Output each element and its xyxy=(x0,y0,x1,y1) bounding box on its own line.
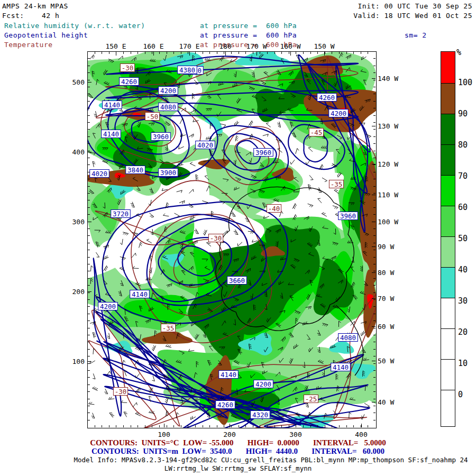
minor-tick xyxy=(88,80,90,80)
contour-label: 4200 xyxy=(100,303,116,310)
minor-tick xyxy=(88,158,90,158)
axis-label-right: 70 W xyxy=(378,295,394,303)
minor-tick xyxy=(88,321,90,321)
axis-tick xyxy=(88,152,91,152)
minor-tick xyxy=(373,87,376,87)
contour-label: 3720 xyxy=(113,210,129,218)
minor-tick xyxy=(145,52,145,54)
forecast-hour: Fcst: 42 h xyxy=(2,12,59,20)
minor-tick xyxy=(332,425,332,427)
axis-label-bottom: 100 xyxy=(158,431,170,438)
minor-tick xyxy=(373,72,376,73)
axis-label-right: 100 W xyxy=(378,218,398,226)
contour-label: -35 xyxy=(331,180,343,188)
contour-label: -30 xyxy=(115,388,127,396)
axis-label-top: 160 E xyxy=(143,42,163,50)
field-label-height: Geopotential height xyxy=(4,32,88,39)
axis-label-right: 110 W xyxy=(378,191,398,199)
minor-tick xyxy=(373,214,376,215)
contour-label: -30 xyxy=(122,64,134,72)
axis-tick xyxy=(372,326,376,327)
axis-tick xyxy=(372,402,376,402)
minor-tick xyxy=(88,129,90,130)
minor-tick xyxy=(373,158,376,158)
minor-tick xyxy=(88,257,90,258)
field-label-rh: Relative humidity (w.r.t. water) xyxy=(4,22,145,30)
axis-label-right: 140 W xyxy=(378,75,398,83)
minor-tick xyxy=(253,52,253,54)
colorbar-segment xyxy=(441,328,455,359)
minor-tick xyxy=(203,425,203,427)
minor-tick xyxy=(88,186,90,187)
minor-tick xyxy=(373,385,376,385)
minor-tick xyxy=(88,406,90,406)
contour-label: 4140 xyxy=(221,371,236,379)
minor-tick xyxy=(296,52,296,54)
colorbar-tick-label: 60 xyxy=(458,203,468,212)
contour-label: 3660 xyxy=(229,277,245,285)
minor-tick xyxy=(346,52,347,54)
minor-tick xyxy=(88,363,90,364)
contour-label: -35 xyxy=(162,324,175,332)
minor-tick xyxy=(217,425,217,427)
axis-tick xyxy=(361,424,362,427)
weather-chart-page: { "header": { "model": "AMPS 24-km MPAS"… xyxy=(0,0,476,476)
axis-label-right: 90 W xyxy=(378,243,394,251)
minor-tick xyxy=(88,285,90,286)
minor-tick xyxy=(325,425,325,427)
minor-tick xyxy=(209,52,210,54)
minor-tick xyxy=(102,52,102,54)
axis-label-top: 170 E xyxy=(179,42,199,50)
minor-tick xyxy=(373,356,376,356)
colorbar-segment xyxy=(441,359,455,390)
contour-info-temperature: CONTOURS: UNITS=°C LOW= -55.000 HIGH= 0.… xyxy=(0,438,476,447)
minor-tick xyxy=(260,425,260,427)
minor-tick xyxy=(373,235,376,236)
minor-tick xyxy=(231,52,232,54)
axis-tick xyxy=(88,361,91,362)
minor-tick xyxy=(281,425,282,427)
minor-tick xyxy=(88,151,90,151)
minor-tick xyxy=(203,52,203,54)
minor-tick xyxy=(267,425,268,427)
colorbar-tick-label: 50 xyxy=(458,234,468,243)
minor-tick xyxy=(245,425,246,427)
colorbar-tick-label: 0 xyxy=(458,390,463,399)
init-time: Init: 00 UTC Tue 30 Sep 25 xyxy=(358,3,473,10)
axis-label-left: 400 xyxy=(67,148,85,156)
minor-tick xyxy=(373,250,376,250)
minor-tick xyxy=(88,101,90,102)
contour-label: 4140 xyxy=(104,101,120,109)
minor-tick xyxy=(373,363,376,364)
minor-tick xyxy=(373,377,376,378)
minor-tick xyxy=(123,425,124,427)
minor-tick xyxy=(88,292,90,293)
minor-tick xyxy=(88,207,90,208)
colorbar-segment xyxy=(441,298,455,328)
contour-label: -40 xyxy=(268,205,280,213)
contour-label: 4140 xyxy=(103,130,119,138)
minor-tick xyxy=(373,186,376,187)
minor-tick xyxy=(373,94,376,94)
axis-label-top: 160 W xyxy=(280,42,300,50)
axis-label-bottom: 400 xyxy=(355,431,367,438)
minor-tick xyxy=(296,425,296,427)
minor-tick xyxy=(88,87,90,87)
minor-tick xyxy=(361,52,361,54)
minor-tick xyxy=(102,425,102,427)
minor-tick xyxy=(373,136,376,137)
minor-tick xyxy=(88,235,90,236)
minor-tick xyxy=(88,250,90,250)
minor-tick xyxy=(88,356,90,356)
colorbar-tick-label: 10 xyxy=(458,359,468,368)
minor-tick xyxy=(109,52,109,54)
minor-tick xyxy=(373,222,376,222)
valid-time: Valid: 18 UTC Wed 01 Oct 25 xyxy=(353,12,472,20)
minor-tick xyxy=(373,292,376,293)
axis-tick xyxy=(257,52,257,56)
minor-tick xyxy=(373,342,376,342)
minor-tick xyxy=(373,164,376,165)
minor-tick xyxy=(88,299,90,300)
minor-tick xyxy=(173,425,174,427)
minor-tick xyxy=(209,425,210,427)
